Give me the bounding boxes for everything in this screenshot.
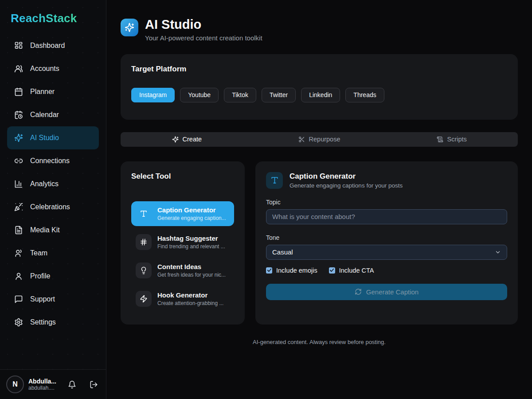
generator-header: Caption Generator Generate engaging capt…	[266, 172, 507, 189]
tone-select[interactable]: Casual	[266, 245, 507, 260]
sidebar-item-profile[interactable]: Profile	[7, 265, 99, 288]
sidebar: ReachStack Dashboard Accounts Planner Ca…	[0, 0, 106, 399]
lightbulb-icon	[140, 266, 148, 274]
mode-tabbar: Create Repurpose Scripts	[121, 132, 518, 147]
generate-caption-button[interactable]: Generate Caption	[266, 284, 507, 300]
refresh-icon	[355, 288, 362, 295]
sidebar-item-label: Team	[30, 249, 47, 257]
sidebar-item-label: Connections	[30, 157, 70, 165]
platform-button-instagram[interactable]: Instagram	[131, 88, 175, 102]
tone-selected-value: Casual	[272, 248, 293, 256]
tool-item-content-ideas[interactable]: Content Ideas Get fresh ideas for your n…	[131, 258, 234, 283]
calendar-icon	[14, 110, 23, 119]
checkbox-label: Include emojis	[276, 267, 317, 274]
tool-desc: Find trending and relevant ...	[157, 243, 225, 250]
sidebar-item-label: Profile	[30, 272, 50, 280]
user-name: Abdulla...	[28, 378, 56, 385]
tool-title: Content Ideas	[157, 263, 226, 270]
platform-button-twitter[interactable]: Twitter	[262, 88, 296, 102]
main-content: AI Studio Your AI-powered content creati…	[106, 0, 532, 399]
hashtag-icon	[140, 238, 148, 246]
sidebar-item-support[interactable]: Support	[7, 288, 99, 311]
include-emojis-checkbox[interactable]: Include emojis	[266, 267, 317, 274]
sidebar-item-label: Accounts	[30, 65, 59, 73]
platform-button-threads[interactable]: Threads	[345, 88, 384, 102]
page-subtitle: Your AI-powered content creation toolkit	[145, 34, 262, 42]
sidebar-item-ai-studio[interactable]: AI Studio	[7, 126, 99, 149]
chevron-down-icon	[495, 249, 501, 255]
tab-label: Scripts	[447, 136, 467, 143]
scissors-icon	[298, 136, 305, 143]
platform-button-linkedin[interactable]: Linkedin	[301, 88, 340, 102]
zap-icon	[140, 295, 148, 303]
tool-item-hook-generator[interactable]: Hook Generator Create attention-grabbing…	[131, 286, 234, 311]
include-cta-checkbox[interactable]: Include CTA	[329, 267, 374, 274]
generator-title: Caption Generator	[289, 172, 403, 181]
platform-button-tiktok[interactable]: Tiktok	[224, 88, 256, 102]
workspace: Select Tool Caption Generator Generate e…	[121, 161, 518, 325]
sidebar-item-label: Planner	[30, 88, 55, 96]
sparkles-icon	[125, 23, 134, 32]
generator-subtitle: Generate engaging captions for your post…	[289, 182, 403, 189]
sidebar-item-label: Dashboard	[30, 42, 65, 50]
profile-icon	[14, 272, 23, 281]
tone-label: Tone	[266, 234, 507, 241]
platform-button-youtube[interactable]: Youtube	[180, 88, 219, 102]
sidebar-item-label: Celebrations	[30, 203, 70, 211]
team-icon	[14, 249, 23, 258]
tab-label: Create	[183, 136, 202, 143]
platform-options: Instagram Youtube Tiktok Twitter Linkedi…	[131, 88, 507, 102]
logout-icon[interactable]	[90, 380, 98, 389]
select-tool-title: Select Tool	[131, 172, 234, 181]
sidebar-nav: Dashboard Accounts Planner Calendar AI S…	[0, 34, 106, 334]
bell-icon[interactable]	[68, 380, 76, 389]
tool-desc: Create attention-grabbing ...	[157, 300, 223, 306]
sidebar-item-planner[interactable]: Planner	[7, 80, 99, 103]
tool-desc: Get fresh ideas for your nic...	[157, 272, 226, 278]
tool-desc: Generate engaging caption...	[157, 215, 226, 221]
page-title: AI Studio	[145, 18, 262, 32]
tool-title: Hashtag Suggester	[157, 235, 225, 242]
avatar[interactable]: N	[6, 376, 24, 393]
sidebar-item-media-kit[interactable]: Media Kit	[7, 219, 99, 242]
user-email: abdullah....	[28, 385, 56, 391]
sidebar-item-connections[interactable]: Connections	[7, 149, 99, 172]
options-row: Include emojis Include CTA	[266, 267, 507, 274]
sidebar-item-label: Analytics	[30, 180, 59, 188]
sidebar-item-label: Settings	[30, 318, 56, 326]
target-platform-title: Target Platform	[131, 65, 507, 74]
tool-item-hashtag-suggester[interactable]: Hashtag Suggester Find trending and rele…	[131, 230, 234, 254]
zap-icon-box	[136, 291, 152, 307]
tab-create[interactable]: Create	[121, 132, 253, 147]
sidebar-item-calendar[interactable]: Calendar	[7, 103, 99, 126]
checkbox-checked-icon	[266, 267, 272, 274]
sidebar-item-accounts[interactable]: Accounts	[7, 57, 99, 80]
sidebar-item-dashboard[interactable]: Dashboard	[7, 34, 99, 57]
lightbulb-icon-box	[136, 262, 152, 278]
tab-label: Repurpose	[309, 136, 340, 143]
type-icon-box	[136, 206, 152, 222]
topic-input[interactable]	[266, 209, 507, 224]
planner-icon	[14, 87, 23, 96]
accounts-icon	[14, 64, 23, 73]
tool-title: Hook Generator	[157, 291, 223, 299]
sidebar-item-settings[interactable]: Settings	[7, 311, 99, 334]
type-icon	[270, 176, 279, 184]
user-meta: Abdulla... abdullah....	[28, 378, 56, 391]
tab-scripts[interactable]: Scripts	[385, 132, 518, 147]
sidebar-item-analytics[interactable]: Analytics	[7, 172, 99, 196]
generate-caption-label: Generate Caption	[366, 288, 419, 296]
tool-item-caption-generator[interactable]: Caption Generator Generate engaging capt…	[131, 201, 234, 226]
support-icon	[14, 295, 23, 304]
sidebar-item-celebrations[interactable]: Celebrations	[7, 196, 99, 219]
dashboard-icon	[14, 41, 23, 50]
tab-repurpose[interactable]: Repurpose	[253, 132, 386, 147]
sidebar-item-team[interactable]: Team	[7, 242, 99, 265]
type-icon-box	[266, 172, 283, 189]
app-logo: ReachStack	[0, 0, 106, 25]
target-platform-card: Target Platform Instagram Youtube Tiktok…	[121, 54, 518, 120]
ai-studio-hero-icon	[121, 19, 138, 36]
hashtag-icon-box	[136, 234, 152, 250]
select-tool-panel: Select Tool Caption Generator Generate e…	[121, 161, 245, 325]
checkbox-label: Include CTA	[339, 267, 374, 274]
